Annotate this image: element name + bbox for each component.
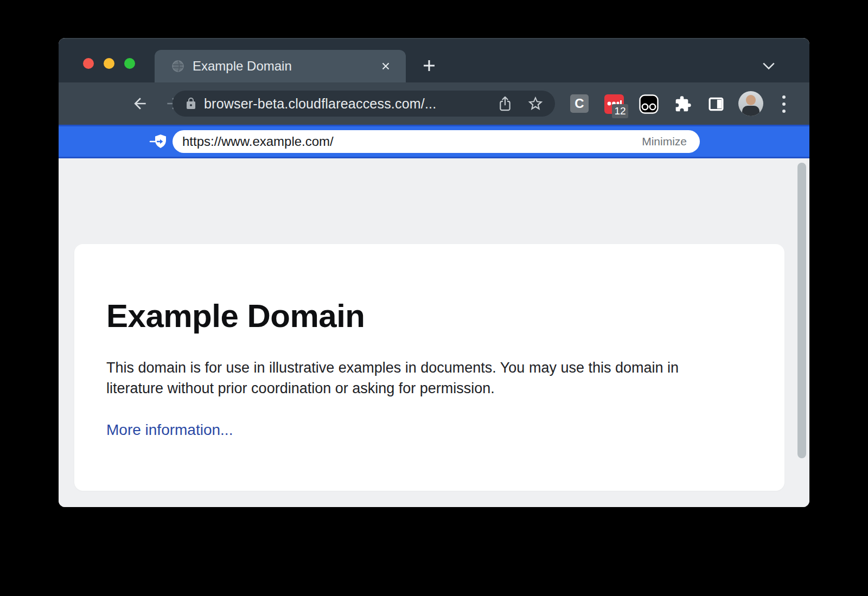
tab-strip: Example Domain	[59, 38, 809, 82]
isolated-url-input[interactable]	[182, 134, 642, 149]
page-viewport: Example Domain This domain is for use in…	[59, 158, 809, 507]
window-minimize-button[interactable]	[104, 58, 114, 69]
extension-c-icon[interactable]: C	[570, 94, 589, 113]
scrollbar-thumb[interactable]	[797, 163, 806, 458]
extensions-puzzle-icon[interactable]	[674, 95, 692, 113]
isolated-url-bar: Minimize	[173, 130, 700, 153]
chevron-down-icon[interactable]	[760, 60, 777, 72]
shield-arrow-icon[interactable]	[149, 133, 168, 150]
browser-menu-icon[interactable]	[780, 95, 788, 113]
extension-password-icon[interactable]: 12	[604, 94, 624, 114]
bookmark-star-icon[interactable]	[527, 95, 544, 112]
lock-icon[interactable]	[184, 97, 197, 110]
window-close-button[interactable]	[83, 58, 94, 69]
tab-title: Example Domain	[193, 59, 378, 74]
profile-avatar[interactable]	[738, 91, 763, 116]
globe-icon	[171, 59, 185, 73]
address-bar[interactable]: browser-beta.cloudflareaccess.com/...	[173, 91, 555, 117]
side-panel-icon[interactable]	[708, 96, 724, 112]
page-paragraph: This domain is for use in illustrative e…	[106, 357, 733, 399]
back-button[interactable]	[131, 95, 149, 112]
new-tab-button[interactable]	[420, 57, 438, 74]
minimize-button[interactable]: Minimize	[642, 135, 687, 148]
extension-camera-icon[interactable]	[639, 94, 659, 114]
page-title: Example Domain	[106, 297, 752, 335]
extension-badge: 12	[612, 104, 628, 118]
browser-window: Example Domain	[59, 38, 809, 507]
tab-example-domain[interactable]: Example Domain	[155, 50, 406, 82]
browser-toolbar: browser-beta.cloudflareaccess.com/... C	[59, 82, 809, 125]
window-zoom-button[interactable]	[124, 58, 135, 69]
address-bar-url: browser-beta.cloudflareaccess.com/...	[204, 96, 497, 112]
share-icon[interactable]	[497, 95, 513, 112]
isolation-bar: Minimize	[59, 125, 809, 158]
example-domain-card: Example Domain This domain is for use in…	[74, 244, 784, 491]
tab-close-icon[interactable]	[378, 58, 394, 74]
more-information-link[interactable]: More information...	[106, 421, 233, 439]
